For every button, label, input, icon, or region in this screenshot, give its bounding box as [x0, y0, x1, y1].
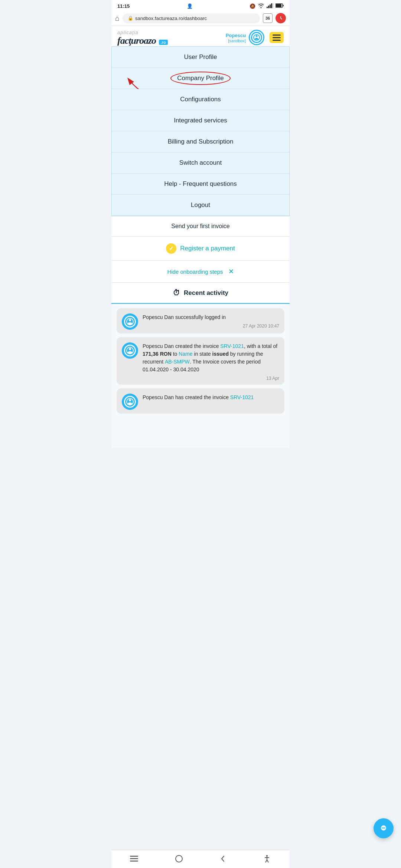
svg-point-17 [129, 399, 131, 401]
svg-point-10 [256, 35, 258, 37]
register-payment-label: Register a payment [180, 245, 235, 252]
activity-text-3: Popescu Dan has created the invoice SRV-… [143, 394, 279, 401]
client-name-link[interactable]: Name [179, 351, 192, 357]
mute-icon: 🔕 [250, 3, 255, 9]
logo-area: aplicaţia facţuroazo .ro [117, 30, 168, 46]
register-payment-item[interactable]: ✓ Register a payment [111, 237, 290, 261]
onboarding-section: Send your first invoice ✓ Register a pay… [111, 216, 290, 283]
user-area: Popescu [sandbox] [226, 30, 284, 45]
menu-item-switch-account[interactable]: Switch account [112, 152, 289, 174]
activity-list: Popescu Dan successfully logged in 27 Ap… [111, 304, 290, 418]
logo-top-text: aplicaţia [117, 30, 168, 35]
activity-avatar-2 [122, 342, 138, 359]
activity-text-2: Popescu Dan created the invoice SRV-1021… [143, 342, 279, 374]
url-text: sandbox.factureaza.ro/dashboarc [135, 16, 207, 21]
home-icon[interactable]: ⌂ [115, 14, 120, 23]
avatar-inner [251, 32, 262, 43]
svg-rect-1 [268, 6, 269, 8]
menu-item-logout[interactable]: Logout [112, 195, 289, 216]
activity-avatar-icon-2 [124, 345, 136, 356]
address-bar[interactable]: 🔒 sandbox.factureaza.ro/dashboarc [123, 13, 260, 23]
recurrent-link[interactable]: AB-SMPW [165, 359, 190, 365]
activity-content-1: Popescu Dan successfully logged in 27 Ap… [143, 313, 279, 329]
invoice-link-srv1021[interactable]: SRV-1021 [220, 343, 244, 349]
menu-item-configurations[interactable]: Configurations [112, 89, 289, 110]
company-profile-wrapper: Company Profile [119, 75, 282, 82]
hamburger-line [273, 37, 281, 38]
amount-bold: 171,36 RON [143, 351, 172, 357]
dropdown-menu: User Profile Company Profile Configurati… [111, 46, 290, 216]
recent-activity-title: Recent activity [184, 289, 228, 297]
status-bar: 11:15 👤 🔕 [111, 0, 290, 11]
recent-activity-header: ⏱ Recent activity [111, 283, 290, 304]
svg-rect-4 [273, 3, 273, 8]
avatar[interactable] [249, 30, 264, 45]
activity-text-1: Popescu Dan successfully logged in [143, 313, 279, 321]
browser-tabs-button[interactable]: 36 [263, 13, 273, 23]
hide-steps-label: Hide onboarding steps [167, 269, 223, 275]
invoice-link-srv1021-2[interactable]: SRV-1021 [230, 394, 254, 400]
activity-avatar-icon-3 [124, 396, 136, 408]
activity-item-2: Popescu Dan created the invoice SRV-1021… [117, 337, 284, 385]
browser-action-button[interactable] [276, 13, 286, 23]
svg-point-15 [129, 348, 131, 350]
timer-icon: ⏱ [173, 289, 180, 297]
status-person-icon: 👤 [187, 3, 193, 9]
company-profile-label: Company Profile [177, 75, 224, 82]
hide-steps-x-icon[interactable]: ✕ [228, 267, 234, 276]
svg-rect-2 [270, 4, 271, 8]
svg-rect-7 [283, 5, 284, 6]
activity-timestamp-2: 13 Apr [143, 376, 279, 381]
app-header: aplicaţia facţuroazo .ro Popescu [sandbo… [111, 26, 290, 46]
hide-steps-item[interactable]: Hide onboarding steps ✕ [111, 261, 290, 283]
activity-content-2: Popescu Dan created the invoice SRV-1021… [143, 342, 279, 381]
browser-bar: ⌂ 🔒 sandbox.factureaza.ro/dashboarc 36 [111, 11, 290, 26]
menu-item-billing[interactable]: Billing and Subscription [112, 131, 289, 152]
menu-item-user-profile[interactable]: User Profile [112, 47, 289, 68]
hamburger-line [273, 40, 281, 41]
wifi-icon [258, 3, 264, 9]
activity-content-3: Popescu Dan has created the invoice SRV-… [143, 394, 279, 401]
check-icon: ✓ [166, 243, 176, 254]
activity-item-1: Popescu Dan successfully logged in 27 Ap… [117, 308, 284, 333]
signal-icon [267, 3, 273, 9]
send-invoice-item[interactable]: Send your first invoice [111, 216, 290, 237]
activity-avatar-3 [122, 394, 138, 410]
svg-point-13 [129, 319, 131, 321]
status-icons: 🔕 [250, 3, 284, 9]
content-area: Send your first invoice ✓ Register a pay… [111, 216, 290, 448]
activity-timestamp-1: 27 Apr 2020 10:47 [143, 323, 279, 329]
menu-item-integrated-services[interactable]: Integrated services [112, 110, 289, 131]
svg-rect-6 [276, 4, 281, 7]
send-invoice-label: Send your first invoice [171, 223, 229, 230]
status-time: 11:15 [117, 3, 130, 9]
user-name: Popescu [226, 33, 246, 38]
menu-item-help[interactable]: Help - Frequent questions [112, 174, 289, 195]
svg-rect-3 [271, 3, 272, 8]
logo-badge: .ro [159, 40, 168, 45]
logo-main-text: facţuroazo [117, 35, 158, 46]
activity-avatar-1 [122, 313, 138, 330]
svg-rect-0 [267, 7, 268, 8]
bottom-spacer [111, 418, 290, 448]
activity-avatar-icon-1 [124, 316, 136, 328]
menu-item-company-profile[interactable]: Company Profile [112, 68, 289, 89]
hamburger-button[interactable] [270, 32, 284, 43]
activity-item-3: Popescu Dan has created the invoice SRV-… [117, 388, 284, 414]
lock-icon: 🔒 [128, 16, 133, 21]
logo-main-row: facţuroazo .ro [117, 35, 168, 46]
hamburger-line [273, 34, 281, 36]
state-bold: issued [212, 351, 229, 357]
battery-icon [276, 3, 284, 9]
user-sub: [sandbox] [226, 39, 246, 43]
